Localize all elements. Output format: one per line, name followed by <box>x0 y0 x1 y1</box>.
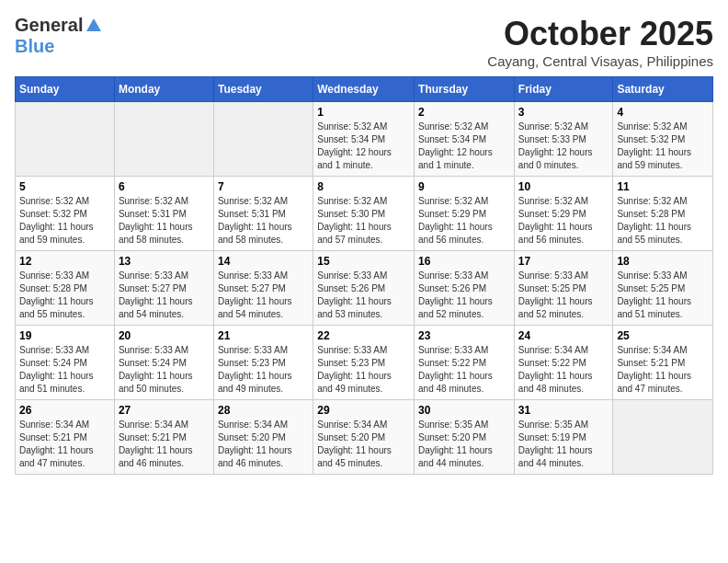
week-row-5: 26Sunrise: 5:34 AM Sunset: 5:21 PM Dayli… <box>16 400 713 475</box>
column-header-sunday: Sunday <box>16 77 115 102</box>
day-number: 25 <box>617 329 709 342</box>
day-cell: 22Sunrise: 5:33 AM Sunset: 5:23 PM Dayli… <box>313 326 415 400</box>
day-number: 18 <box>617 255 709 268</box>
day-cell: 17Sunrise: 5:33 AM Sunset: 5:25 PM Dayli… <box>514 251 613 326</box>
day-number: 4 <box>617 106 709 119</box>
day-cell: 5Sunrise: 5:32 AM Sunset: 5:32 PM Daylig… <box>16 177 115 251</box>
day-info: Sunrise: 5:34 AM Sunset: 5:21 PM Dayligh… <box>19 419 110 470</box>
day-cell: 7Sunrise: 5:32 AM Sunset: 5:31 PM Daylig… <box>213 177 313 251</box>
day-info: Sunrise: 5:32 AM Sunset: 5:31 PM Dayligh… <box>119 195 210 247</box>
day-info: Sunrise: 5:32 AM Sunset: 5:33 PM Dayligh… <box>518 121 609 172</box>
day-info: Sunrise: 5:33 AM Sunset: 5:23 PM Dayligh… <box>317 344 410 396</box>
column-header-tuesday: Tuesday <box>213 77 313 102</box>
location: Cayang, Central Visayas, Philippines <box>487 53 713 69</box>
day-cell <box>613 400 713 475</box>
header-row: SundayMondayTuesdayWednesdayThursdayFrid… <box>16 77 713 102</box>
day-cell: 19Sunrise: 5:33 AM Sunset: 5:24 PM Dayli… <box>16 326 115 400</box>
day-info: Sunrise: 5:32 AM Sunset: 5:28 PM Dayligh… <box>617 195 709 247</box>
day-number: 6 <box>119 180 210 193</box>
title-block: October 2025 Cayang, Central Visayas, Ph… <box>487 15 713 69</box>
day-number: 19 <box>19 329 110 342</box>
logo-icon <box>85 17 103 35</box>
day-number: 10 <box>518 180 609 193</box>
week-row-2: 5Sunrise: 5:32 AM Sunset: 5:32 PM Daylig… <box>16 177 713 251</box>
day-number: 5 <box>19 180 110 193</box>
day-number: 31 <box>518 404 609 417</box>
day-cell: 26Sunrise: 5:34 AM Sunset: 5:21 PM Dayli… <box>16 400 115 475</box>
day-number: 29 <box>317 404 410 417</box>
day-info: Sunrise: 5:34 AM Sunset: 5:20 PM Dayligh… <box>218 419 309 470</box>
column-header-thursday: Thursday <box>415 77 515 102</box>
day-info: Sunrise: 5:35 AM Sunset: 5:19 PM Dayligh… <box>518 419 609 470</box>
day-number: 2 <box>418 106 510 119</box>
day-cell: 15Sunrise: 5:33 AM Sunset: 5:26 PM Dayli… <box>313 251 415 326</box>
day-cell: 16Sunrise: 5:33 AM Sunset: 5:26 PM Dayli… <box>415 251 515 326</box>
day-number: 27 <box>119 404 210 417</box>
day-info: Sunrise: 5:32 AM Sunset: 5:32 PM Dayligh… <box>617 121 709 172</box>
day-info: Sunrise: 5:32 AM Sunset: 5:32 PM Dayligh… <box>19 195 110 247</box>
day-cell <box>213 102 313 177</box>
day-cell: 4Sunrise: 5:32 AM Sunset: 5:32 PM Daylig… <box>613 102 713 177</box>
day-info: Sunrise: 5:32 AM Sunset: 5:29 PM Dayligh… <box>518 195 609 247</box>
day-info: Sunrise: 5:32 AM Sunset: 5:31 PM Dayligh… <box>218 195 309 247</box>
day-number: 3 <box>518 106 609 119</box>
day-number: 15 <box>317 255 410 268</box>
day-info: Sunrise: 5:32 AM Sunset: 5:34 PM Dayligh… <box>317 121 410 172</box>
column-header-saturday: Saturday <box>613 77 713 102</box>
day-info: Sunrise: 5:33 AM Sunset: 5:25 PM Dayligh… <box>617 270 709 321</box>
month-title: October 2025 <box>487 15 713 53</box>
day-cell: 9Sunrise: 5:32 AM Sunset: 5:29 PM Daylig… <box>415 177 515 251</box>
day-number: 24 <box>518 329 609 342</box>
day-cell: 21Sunrise: 5:33 AM Sunset: 5:23 PM Dayli… <box>213 326 313 400</box>
day-cell: 25Sunrise: 5:34 AM Sunset: 5:21 PM Dayli… <box>613 326 713 400</box>
day-number: 9 <box>418 180 510 193</box>
day-cell: 3Sunrise: 5:32 AM Sunset: 5:33 PM Daylig… <box>514 102 613 177</box>
day-cell: 12Sunrise: 5:33 AM Sunset: 5:28 PM Dayli… <box>16 251 115 326</box>
day-info: Sunrise: 5:33 AM Sunset: 5:26 PM Dayligh… <box>317 270 410 321</box>
day-info: Sunrise: 5:33 AM Sunset: 5:26 PM Dayligh… <box>418 270 510 321</box>
day-cell: 31Sunrise: 5:35 AM Sunset: 5:19 PM Dayli… <box>514 400 613 475</box>
day-info: Sunrise: 5:35 AM Sunset: 5:20 PM Dayligh… <box>418 419 510 470</box>
day-info: Sunrise: 5:33 AM Sunset: 5:24 PM Dayligh… <box>119 344 210 396</box>
day-cell: 30Sunrise: 5:35 AM Sunset: 5:20 PM Dayli… <box>415 400 515 475</box>
day-number: 7 <box>218 180 309 193</box>
day-cell: 24Sunrise: 5:34 AM Sunset: 5:22 PM Dayli… <box>514 326 613 400</box>
day-cell: 20Sunrise: 5:33 AM Sunset: 5:24 PM Dayli… <box>114 326 213 400</box>
day-number: 11 <box>617 180 709 193</box>
day-info: Sunrise: 5:34 AM Sunset: 5:22 PM Dayligh… <box>518 344 609 396</box>
week-row-1: 1Sunrise: 5:32 AM Sunset: 5:34 PM Daylig… <box>16 102 713 177</box>
column-header-friday: Friday <box>514 77 613 102</box>
day-cell: 2Sunrise: 5:32 AM Sunset: 5:34 PM Daylig… <box>415 102 515 177</box>
day-cell: 10Sunrise: 5:32 AM Sunset: 5:29 PM Dayli… <box>514 177 613 251</box>
svg-marker-0 <box>86 18 101 31</box>
day-info: Sunrise: 5:32 AM Sunset: 5:30 PM Dayligh… <box>317 195 410 247</box>
day-cell <box>16 102 115 177</box>
day-info: Sunrise: 5:33 AM Sunset: 5:23 PM Dayligh… <box>218 344 309 396</box>
day-number: 22 <box>317 329 410 342</box>
day-number: 28 <box>218 404 309 417</box>
day-number: 1 <box>317 106 410 119</box>
day-cell: 6Sunrise: 5:32 AM Sunset: 5:31 PM Daylig… <box>114 177 213 251</box>
day-cell: 28Sunrise: 5:34 AM Sunset: 5:20 PM Dayli… <box>213 400 313 475</box>
day-number: 21 <box>218 329 309 342</box>
column-header-monday: Monday <box>114 77 213 102</box>
day-cell: 13Sunrise: 5:33 AM Sunset: 5:27 PM Dayli… <box>114 251 213 326</box>
day-info: Sunrise: 5:32 AM Sunset: 5:34 PM Dayligh… <box>418 121 510 172</box>
day-number: 23 <box>418 329 510 342</box>
day-info: Sunrise: 5:33 AM Sunset: 5:22 PM Dayligh… <box>418 344 510 396</box>
logo-general-text: General <box>15 15 83 36</box>
page-header: General Blue October 2025 Cayang, Centra… <box>15 15 713 69</box>
day-cell: 27Sunrise: 5:34 AM Sunset: 5:21 PM Dayli… <box>114 400 213 475</box>
day-cell: 29Sunrise: 5:34 AM Sunset: 5:20 PM Dayli… <box>313 400 415 475</box>
day-info: Sunrise: 5:33 AM Sunset: 5:24 PM Dayligh… <box>19 344 110 396</box>
day-cell: 23Sunrise: 5:33 AM Sunset: 5:22 PM Dayli… <box>415 326 515 400</box>
calendar-table: SundayMondayTuesdayWednesdayThursdayFrid… <box>15 76 713 475</box>
day-cell: 11Sunrise: 5:32 AM Sunset: 5:28 PM Dayli… <box>613 177 713 251</box>
day-cell: 14Sunrise: 5:33 AM Sunset: 5:27 PM Dayli… <box>213 251 313 326</box>
day-info: Sunrise: 5:32 AM Sunset: 5:29 PM Dayligh… <box>418 195 510 247</box>
day-cell <box>114 102 213 177</box>
day-number: 30 <box>418 404 510 417</box>
day-number: 16 <box>418 255 510 268</box>
day-number: 12 <box>19 255 110 268</box>
day-number: 26 <box>19 404 110 417</box>
